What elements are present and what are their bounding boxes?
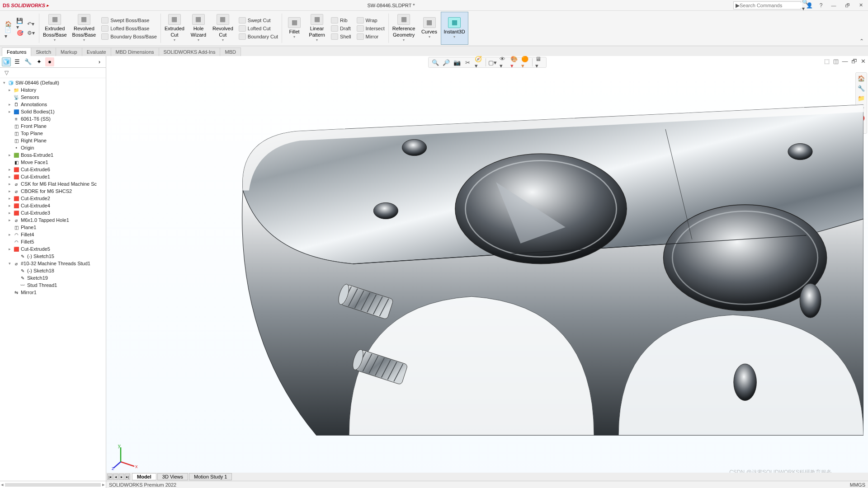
reference-geometry-button[interactable]: ▦ReferenceGeometry▾: [390, 12, 418, 45]
swept-cut-button[interactable]: Swept Cut: [238, 17, 279, 24]
tree-item[interactable]: ✎(-) Sketch18: [0, 267, 106, 274]
search-commands[interactable]: ▶ 🔍▾: [733, 1, 801, 9]
search-input[interactable]: [740, 3, 802, 8]
save-icon[interactable]: 💾▾: [16, 20, 24, 28]
tree-item[interactable]: ▸🟥Cut-Extrude3: [0, 209, 106, 216]
zoom-fit-icon[interactable]: 🔍: [431, 58, 439, 66]
user-icon[interactable]: 👤: [806, 2, 813, 9]
curves-button[interactable]: ▦Curves▾: [418, 12, 441, 45]
hole-wizard-button[interactable]: ▦HoleWizard▾: [187, 12, 210, 45]
tab-nav[interactable]: |◂◂▸▸|: [106, 474, 131, 480]
view-settings-icon[interactable]: 🖥▾: [535, 58, 543, 66]
fm-design-tree-icon[interactable]: 🧊: [2, 57, 11, 66]
tree-item[interactable]: ▸🟥Cut-Extrude4: [0, 202, 106, 209]
shell-button[interactable]: Shell: [330, 33, 352, 40]
vp-close-icon[interactable]: ✕: [859, 57, 867, 65]
prev-view-icon[interactable]: 📷: [453, 58, 461, 66]
mirror-button[interactable]: Mirror: [356, 33, 386, 40]
display-style-icon[interactable]: ▢▾: [489, 58, 497, 66]
cm-tab-mbd-dimensions[interactable]: MBD Dimensions: [111, 47, 159, 56]
extruded-boss-button[interactable]: ▦ExtrudedBoss/Base▾: [40, 12, 70, 45]
options-icon[interactable]: ⚙▾: [27, 29, 34, 37]
revolved-boss-button[interactable]: ▦RevolvedBoss/Base▾: [70, 12, 99, 45]
tree-item[interactable]: ✎(-) Sketch15: [0, 253, 106, 260]
scene-icon[interactable]: 🟠▾: [521, 58, 529, 66]
hide-show-icon[interactable]: 👁▾: [500, 58, 508, 66]
tree-item[interactable]: ▸🗒Annotations: [0, 101, 106, 108]
fillet-button[interactable]: ▦Fillet▾: [283, 12, 306, 45]
vp-expand-icon[interactable]: ⬚: [823, 57, 831, 65]
orient-icon[interactable]: 🧭▾: [475, 58, 483, 66]
view-triad[interactable]: x y z: [112, 444, 139, 471]
fm-more-icon[interactable]: ›: [95, 57, 104, 66]
minimize-icon[interactable]: —: [829, 2, 838, 9]
bottom-tab-3d-views[interactable]: 3D Views: [157, 473, 188, 480]
wrap-button[interactable]: Wrap: [356, 17, 386, 24]
new-icon[interactable]: 📄▾: [5, 29, 12, 37]
appearance-icon[interactable]: 🎨▾: [510, 58, 519, 66]
intersect-button[interactable]: Intersect: [356, 25, 386, 32]
tree-item[interactable]: ◫Top Plane: [0, 130, 106, 137]
cm-tab-solidworks-add-ins[interactable]: SOLIDWORKS Add-Ins: [159, 47, 221, 56]
tree-item[interactable]: ◧Move Face1: [0, 159, 106, 166]
swept-boss-button[interactable]: Swept Boss/Base: [100, 17, 158, 24]
undo-icon[interactable]: ↶▾: [27, 20, 34, 28]
boundary-boss-button[interactable]: Boundary Boss/Base: [100, 33, 158, 40]
restore-icon[interactable]: 🗗: [843, 2, 852, 9]
cm-tab-evaluate[interactable]: Evaluate: [82, 47, 111, 56]
tree-item[interactable]: ⇋Mirror1: [0, 289, 106, 296]
bottom-tab-motion-study-1[interactable]: Motion Study 1: [189, 473, 232, 480]
tree-item[interactable]: ▸🟥Cut-Extrude5: [0, 245, 106, 253]
draft-button[interactable]: Draft: [330, 25, 352, 32]
panel-hscroll[interactable]: ◂▸: [0, 481, 106, 488]
help-icon[interactable]: ?: [817, 2, 825, 9]
tree-item[interactable]: ▸⌀CBORE for M6 SHCS2: [0, 188, 106, 195]
vp-max-icon[interactable]: 🗗: [850, 57, 858, 65]
instant3d-button[interactable]: ▦Instant3D▾: [441, 12, 468, 45]
tree-item[interactable]: ▸🟦Solid Bodies(1): [0, 108, 106, 115]
filter-icon[interactable]: ▽: [3, 69, 10, 76]
extruded-cut-button[interactable]: ▦ExtrudedCut▾: [162, 12, 187, 45]
tree-item[interactable]: ◫Plane1: [0, 224, 106, 231]
tree-item[interactable]: ◫Right Plane: [0, 137, 106, 144]
tree-item[interactable]: ◫Front Plane: [0, 122, 106, 130]
graphics-viewport[interactable]: 🔍 🔎 📷 ✂ 🧭▾ ▢▾ 👁▾ 🎨▾ 🟠▾ 🖥▾ ⬚ ◫ — 🗗 ✕ 🏠 🔧 …: [106, 56, 868, 488]
tree-item[interactable]: ▸⌀M6x1.0 Tapped Hole1: [0, 216, 106, 224]
tree-item[interactable]: ▸◠Fillet4: [0, 231, 106, 238]
tree-item[interactable]: ▸🟩Boss-Extrude1: [0, 151, 106, 159]
bottom-tab-model[interactable]: Model: [132, 473, 156, 480]
print-icon[interactable]: 🎯: [16, 29, 24, 37]
tree-item[interactable]: ✎Sketch19: [0, 274, 106, 282]
lofted-cut-button[interactable]: Lofted Cut: [238, 25, 279, 32]
tree-item[interactable]: ▸🟥Cut-Extrude1: [0, 173, 106, 180]
tree-item[interactable]: ▸⌀CSK for M6 Flat Head Machine Sc: [0, 180, 106, 188]
tree-item[interactable]: ▸🟥Cut-Extrude6: [0, 166, 106, 173]
tree-item[interactable]: ▾⌀#10-32 Machine Threads Stud1: [0, 260, 106, 267]
tree-item[interactable]: ◠Fillet5: [0, 238, 106, 245]
fm-dimx-icon[interactable]: ✦: [34, 57, 43, 66]
tree-item[interactable]: 📡Sensors: [0, 94, 106, 101]
vp-split-icon[interactable]: ◫: [832, 57, 840, 65]
section-icon[interactable]: ✂: [464, 58, 472, 66]
ribbon-collapse-icon[interactable]: ⌃: [858, 38, 865, 45]
feature-tree[interactable]: ▾🧊 SW-08446 (Default) ▸📁History📡Sensors▸…: [0, 78, 106, 481]
cm-tab-markup[interactable]: Markup: [56, 47, 82, 56]
tree-item[interactable]: ⭑Origin: [0, 144, 106, 151]
zoom-area-icon[interactable]: 🔎: [442, 58, 450, 66]
vp-min-icon[interactable]: —: [841, 57, 849, 65]
tree-item[interactable]: ≡6061-T6 (SS): [0, 115, 106, 122]
cm-tab-mbd[interactable]: MBD: [220, 47, 241, 56]
linear-pattern-button[interactable]: ▦LinearPattern▾: [306, 12, 328, 45]
tree-item[interactable]: ▸🟥Cut-Extrude2: [0, 195, 106, 202]
rib-button[interactable]: Rib: [330, 17, 352, 24]
cm-tab-sketch[interactable]: Sketch: [31, 47, 56, 56]
cm-tab-features[interactable]: Features: [2, 47, 31, 56]
revolved-cut-button[interactable]: ▦RevolvedCut▾: [210, 12, 236, 45]
tree-item[interactable]: ▸📁History: [0, 86, 106, 94]
fm-property-icon[interactable]: ☰: [13, 57, 22, 66]
tree-item[interactable]: 〰Stud Thread1: [0, 282, 106, 289]
fm-config-icon[interactable]: 🔧: [24, 57, 33, 66]
close-icon[interactable]: ✕: [856, 2, 865, 9]
tree-root[interactable]: ▾🧊 SW-08446 (Default): [0, 79, 106, 86]
lofted-boss-button[interactable]: Lofted Boss/Base: [100, 25, 158, 32]
